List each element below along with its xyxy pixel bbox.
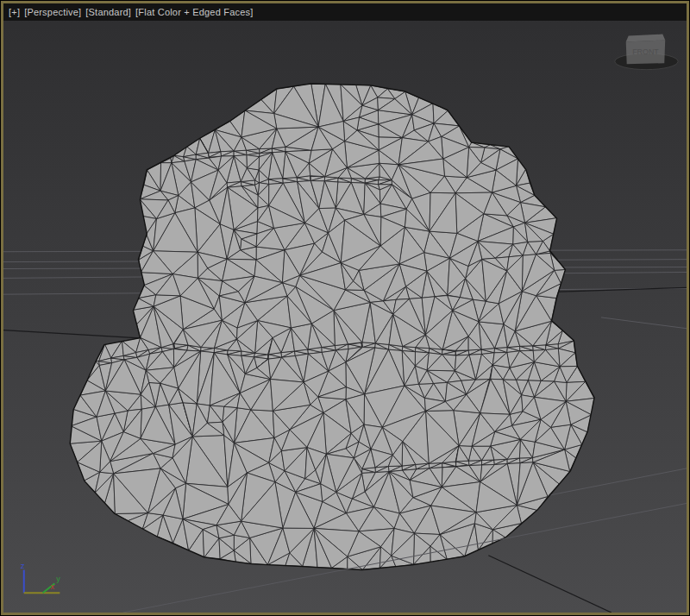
viewport-render-preset-menu[interactable]: [Standard] [85, 3, 131, 21]
axis-y-label: y [56, 575, 60, 583]
viewport-shading-menu[interactable]: [Flat Color + Edged Faces] [135, 3, 253, 21]
viewport-canvas[interactable]: z x y FRONT [3, 3, 687, 613]
viewcube-front-label: FRONT [632, 47, 659, 56]
scene-svg[interactable]: z x y FRONT [3, 3, 687, 613]
axis-z-label: z [21, 561, 25, 570]
axis-x-label: x [50, 582, 54, 591]
viewport-pov-menu[interactable]: [Perspective] [24, 3, 81, 21]
viewport-label-bar: [+] [Perspective] [Standard] [Flat Color… [3, 3, 687, 21]
viewport-frame: z x y FRONT [+] [Perspective] [Standard]… [1, 1, 689, 615]
viewport-general-menu[interactable]: [+] [9, 3, 20, 21]
